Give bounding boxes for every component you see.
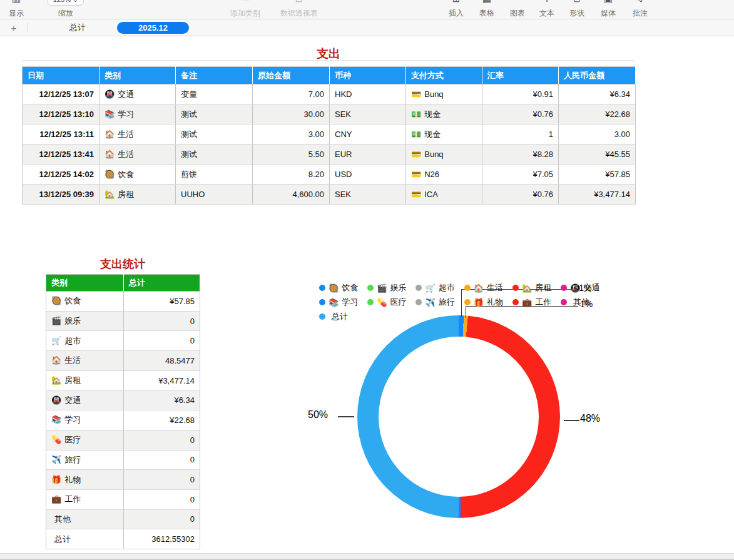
cell-category[interactable]: 🎬娱乐: [46, 311, 124, 331]
cell-category[interactable]: 🥘饮食: [99, 165, 176, 185]
cell-payment[interactable]: 💳N26: [406, 165, 482, 185]
table-row[interactable]: 🎬娱乐 0: [46, 311, 200, 331]
cell-payment[interactable]: 💳ICA: [406, 185, 482, 205]
table-row[interactable]: 12/12/25 13:10 📚学习 测试 30.00 SEK 💵现金 ¥0.7…: [23, 104, 636, 125]
cell-total[interactable]: 0: [124, 509, 200, 529]
sheet-tab-total[interactable]: 总计: [48, 21, 107, 34]
cell-category[interactable]: 💼工作: [46, 489, 124, 509]
table-row[interactable]: ✈️旅行 0: [46, 450, 200, 470]
cell-category[interactable]: 🏠生活: [46, 351, 124, 371]
legend-item[interactable]: 🏡 房租: [512, 282, 551, 293]
cell-cny[interactable]: ¥6.34: [559, 84, 636, 104]
cell-note[interactable]: 变量: [176, 84, 253, 104]
column-header[interactable]: 支付方式: [406, 67, 482, 84]
cell-category[interactable]: 📚学习: [46, 410, 124, 430]
legend-item[interactable]: 总计: [319, 311, 348, 322]
cell-note[interactable]: UUHO: [176, 185, 253, 205]
table-row[interactable]: 🚇交通 ¥6.34: [46, 390, 200, 410]
table-row[interactable]: 🛒超市 0: [46, 331, 200, 351]
cell-total[interactable]: ¥57.85: [124, 292, 200, 312]
cell-date[interactable]: 12/12/25 13:11: [23, 125, 99, 145]
cell-amount[interactable]: 4,600.00: [253, 185, 330, 205]
cell-total[interactable]: 0: [124, 489, 200, 509]
cell-total[interactable]: 48.5477: [124, 351, 200, 371]
add-sheet-button[interactable]: +: [0, 23, 28, 33]
cell-note[interactable]: 测试: [176, 104, 253, 125]
column-header[interactable]: 日期: [23, 67, 99, 84]
legend-item[interactable]: 🎬 娱乐: [367, 282, 406, 293]
column-header[interactable]: 类别: [46, 275, 124, 292]
cell-category[interactable]: 🏠生活: [99, 145, 176, 165]
legend-item[interactable]: 🛒 超市: [415, 282, 454, 293]
cell-total[interactable]: ¥6.34: [124, 390, 200, 410]
legend-item[interactable]: 🏠 生活: [464, 282, 503, 293]
cell-currency[interactable]: CNY: [330, 125, 406, 145]
cell-payment[interactable]: 💵现金: [406, 125, 482, 145]
cell-cny[interactable]: 3.00: [559, 125, 636, 145]
cell-total[interactable]: 0: [124, 470, 200, 490]
cell-category[interactable]: 其他: [46, 509, 124, 529]
cell-category[interactable]: 🎁礼物: [46, 470, 124, 490]
cell-amount[interactable]: 3.00: [253, 125, 330, 145]
cell-rate[interactable]: ¥0.76: [482, 185, 559, 205]
table-row[interactable]: 13/12/25 09:39 🏡房租 UUHO 4,600.00 SEK 💳IC…: [23, 185, 636, 205]
column-header[interactable]: 原始金额: [253, 67, 330, 84]
cell-category[interactable]: ✈️旅行: [46, 450, 124, 470]
table-row[interactable]: 📚学习 ¥22.68: [46, 410, 200, 430]
expense-table[interactable]: 日期类别备注原始金额币种支付方式汇率人民币金额 12/12/25 13:07 🚇…: [22, 66, 636, 205]
table-row[interactable]: 12/12/25 13:41 🏠生活 测试 5.50 EUR 💳Bunq ¥8.…: [23, 145, 636, 165]
cell-category[interactable]: 总计: [46, 529, 124, 549]
column-header[interactable]: 币种: [330, 67, 406, 84]
table-row[interactable]: 🎁礼物 0: [46, 470, 200, 490]
cell-rate[interactable]: ¥8.28: [482, 145, 559, 165]
expense-pie-chart[interactable]: 🥘 饮食 🎬 娱乐 🛒 超市 🏠 生活 🏡 房租: [275, 278, 626, 554]
legend-item[interactable]: 💼 工作: [512, 297, 551, 308]
cell-category[interactable]: 💊医疗: [46, 430, 124, 450]
cell-note[interactable]: 测试: [176, 125, 253, 145]
cell-amount[interactable]: 7.00: [253, 84, 330, 104]
table-row[interactable]: 🏡房租 ¥3,477.14: [46, 370, 200, 390]
cell-total[interactable]: 0: [124, 430, 200, 450]
cell-currency[interactable]: HKD: [330, 84, 406, 104]
cell-date[interactable]: 12/12/25 13:07: [23, 84, 99, 104]
cell-currency[interactable]: USD: [330, 165, 406, 185]
cell-cny[interactable]: ¥57.85: [559, 165, 636, 185]
cell-rate[interactable]: ¥7.05: [482, 165, 559, 185]
legend-item[interactable]: 💊 医疗: [367, 297, 406, 308]
horizontal-scrollbar-track[interactable]: [0, 553, 734, 560]
legend-item[interactable]: ✈️ 旅行: [415, 297, 454, 308]
cell-date[interactable]: 12/12/25 13:10: [23, 104, 99, 125]
cell-total[interactable]: 3612.55302: [124, 529, 200, 549]
zoom-level-dropdown[interactable]: 125% ⌄: [48, 0, 84, 6]
column-header[interactable]: 人民币金额: [559, 67, 636, 84]
cell-category[interactable]: 🛒超市: [46, 331, 124, 351]
cell-note[interactable]: 测试: [176, 145, 253, 165]
cell-category[interactable]: 🚇交通: [46, 390, 124, 410]
column-header[interactable]: 汇率: [482, 67, 559, 84]
table-row[interactable]: 🏠生活 48.5477: [46, 351, 200, 371]
table-row[interactable]: 其他 0: [46, 509, 200, 529]
table-row[interactable]: 🥘饮食 ¥57.85: [46, 292, 200, 312]
cell-total[interactable]: 0: [124, 450, 200, 470]
cell-date[interactable]: 12/12/25 14:02: [23, 165, 99, 185]
cell-currency[interactable]: SEK: [330, 104, 406, 125]
cell-category[interactable]: 🏡房租: [46, 370, 124, 390]
cell-category[interactable]: 🥘饮食: [46, 292, 124, 312]
cell-total[interactable]: ¥22.68: [124, 410, 200, 430]
cell-total[interactable]: 0: [124, 311, 200, 331]
cell-category[interactable]: 🏠生活: [99, 125, 176, 145]
column-header[interactable]: 类别: [99, 67, 176, 84]
cell-note[interactable]: 煎饼: [176, 165, 253, 185]
cell-cny[interactable]: ¥3,477.14: [559, 185, 636, 205]
cell-amount[interactable]: 8.20: [253, 165, 330, 185]
cell-category[interactable]: 🏡房租: [99, 185, 176, 205]
table-row[interactable]: 12/12/25 13:11 🏠生活 测试 3.00 CNY 💵现金 1 3.0…: [23, 125, 636, 145]
cell-currency[interactable]: SEK: [330, 185, 406, 205]
cell-cny[interactable]: ¥22.68: [559, 104, 636, 125]
table-row[interactable]: 12/12/25 14:02 🥘饮食 煎饼 8.20 USD 💳N26 ¥7.0…: [23, 165, 636, 185]
cell-total[interactable]: 0: [124, 331, 200, 351]
cell-amount[interactable]: 5.50: [253, 145, 330, 165]
cell-total[interactable]: ¥3,477.14: [124, 370, 200, 390]
table-row[interactable]: 💊医疗 0: [46, 430, 200, 450]
cell-cny[interactable]: ¥45.55: [559, 145, 636, 165]
